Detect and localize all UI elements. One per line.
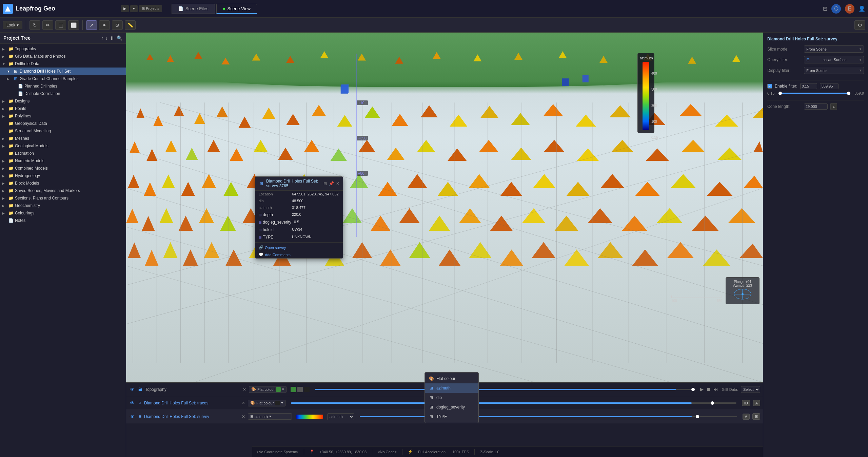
tree-item-points[interactable]: ▶ 📁 Points	[0, 105, 126, 112]
tree-item-hydro[interactable]: ▶ 📁 Hydrogeology	[0, 172, 126, 179]
cone-length-up[interactable]: ▲	[830, 103, 837, 110]
tree-item-diamond-drill[interactable]: ▼ ⊞ Diamond Drill Holes Full Set	[0, 68, 126, 75]
tree-item-topography[interactable]: ▶ 📁 Topography	[0, 45, 126, 53]
layout-icon[interactable]: ⊟	[823, 5, 827, 12]
stop-topo[interactable]: ⏹	[706, 387, 711, 392]
expand-polylines[interactable]: ▶	[2, 114, 7, 118]
remove-survey[interactable]: ✕	[242, 414, 245, 419]
tree-item-geological[interactable]: ▶ 📁 Geological Models	[0, 142, 126, 150]
tree-item-notes[interactable]: 📄 Notes	[0, 217, 126, 224]
filter-range-slider[interactable]	[778, 93, 850, 94]
account-e-icon[interactable]: E	[845, 4, 854, 14]
expand-drillhole[interactable]: ▼	[2, 62, 7, 66]
open-survey-link[interactable]: 🔗 Open survey	[255, 244, 343, 251]
lasso-tool[interactable]: ⊙	[112, 20, 123, 30]
survey-opacity-slider[interactable]	[360, 416, 737, 417]
dropdown-button[interactable]: ▾	[130, 5, 138, 12]
tree-item-polylines[interactable]: ▶ 📁 Polylines	[0, 112, 126, 120]
expand-geochemistry[interactable]: ▶	[2, 204, 7, 208]
expand-hydro[interactable]: ▶	[2, 174, 7, 178]
green-swatch[interactable]	[291, 387, 296, 392]
account-c-icon[interactable]: C	[831, 4, 841, 14]
filter-min-input[interactable]	[800, 83, 817, 89]
visibility-survey[interactable]: 👁	[129, 414, 136, 419]
tab-scene-view[interactable]: ● Scene View	[216, 4, 257, 14]
traces-label-btn[interactable]: A	[753, 400, 760, 406]
tree-item-combined[interactable]: ▶ 📁 Combined Models	[0, 165, 126, 172]
pencil-tool[interactable]: ✒	[99, 20, 110, 30]
slice-mode-select[interactable]: From Scene ▾	[804, 45, 864, 53]
expand-designs[interactable]: ▶	[2, 99, 7, 103]
traces-opacity-slider[interactable]	[291, 402, 736, 404]
tree-item-sections[interactable]: ▶ 📁 Sections, Plans and Contours	[0, 194, 126, 202]
arrow-tool[interactable]: ↗	[86, 20, 97, 30]
azimuth-range-select[interactable]: azimuth	[327, 413, 354, 420]
next-topo[interactable]: ⏭	[713, 387, 718, 392]
topography-opacity-slider[interactable]	[315, 389, 694, 390]
tree-item-numeric[interactable]: ▶ 📁 Numeric Models	[0, 157, 126, 165]
display-filter-select[interactable]: From Scene ▾	[804, 67, 864, 74]
box-tool[interactable]: ⬜	[68, 20, 79, 30]
expand-saved[interactable]: ▶	[2, 189, 7, 193]
sidebar-pause-icon[interactable]: ⏸	[110, 35, 115, 41]
add-comments-link[interactable]: 💬 Add Comments	[255, 251, 343, 258]
tree-item-block[interactable]: ▶ 📁 Block Models	[0, 179, 126, 187]
tree-item-meshes[interactable]: ▶ 📁 Meshes	[0, 135, 126, 142]
navigation-cube[interactable]: Plunge +04 Azimuth 223	[726, 277, 760, 304]
expand-topography[interactable]: ▶	[2, 47, 7, 51]
expand-grade-control[interactable]: ▶	[7, 77, 12, 81]
remove-traces[interactable]: ✕	[242, 401, 245, 405]
tree-item-designs[interactable]: ▶ 📁 Designs	[0, 97, 126, 105]
user-icon[interactable]: 👤	[859, 5, 865, 12]
expand-combined[interactable]: ▶	[2, 167, 7, 170]
remove-topography[interactable]: ✕	[243, 387, 246, 392]
tree-item-grade-control[interactable]: ▶ ⊞ Grade Control Channel Samples	[0, 75, 126, 82]
projects-button[interactable]: ⊞ Projects	[139, 5, 162, 12]
popup-close-btn[interactable]: ✕	[336, 181, 339, 186]
tree-item-geophysical[interactable]: 📁 Geophysical Data	[0, 120, 126, 127]
visibility-topography[interactable]: 👁	[129, 387, 136, 392]
sidebar-down-icon[interactable]: ↓	[105, 35, 108, 41]
scene-canvas[interactable]: +10 +350 +80	[126, 33, 763, 382]
expand-block[interactable]: ▶	[2, 182, 7, 185]
dark-swatch[interactable]	[304, 387, 310, 392]
dropdown-dogleg[interactable]: ⊞ dogleg_severity	[425, 402, 478, 412]
topography-color-dropdown[interactable]: 🎨 Flat colour ▾	[249, 386, 287, 393]
rotate-tool[interactable]: ↻	[29, 20, 40, 30]
survey-color-dropdown[interactable]: ⊞ azimuth ▾	[248, 413, 292, 420]
tree-item-planned[interactable]: 📄 Planned Drillholes	[0, 82, 126, 90]
scene-settings-icon[interactable]: ⚙	[854, 20, 865, 30]
sidebar-search-icon[interactable]: 🔍	[117, 35, 122, 41]
look-button[interactable]: Look ▾	[3, 21, 22, 29]
expand-numeric[interactable]: ▶	[2, 159, 7, 163]
popup-pin-btn[interactable]: 📌	[329, 181, 334, 186]
pen-tool[interactable]: ✏	[42, 20, 53, 30]
tree-item-drillhole[interactable]: ▼ 📁 Drillhole Data	[0, 60, 126, 68]
tree-item-saved[interactable]: ▶ 📁 Saved Scenes, Movies and Markers	[0, 187, 126, 194]
tree-item-estimation[interactable]: 📁 Estimation	[0, 150, 126, 157]
popup-filter-btn[interactable]: ⊟	[323, 181, 327, 186]
dropdown-dip[interactable]: ⊞ dip	[425, 393, 478, 402]
dropdown-flat-colour[interactable]: 🎨 Flat colour	[425, 374, 478, 383]
filter-max-input[interactable]	[820, 83, 839, 89]
tab-scene-files[interactable]: 📄 Scene Files	[172, 4, 215, 14]
query-filter-select[interactable]: ⊟ collar: Surface ▾	[804, 56, 864, 63]
play-topo[interactable]: ▶	[700, 387, 704, 392]
grey-swatch[interactable]	[297, 387, 303, 392]
expand-colourings[interactable]: ▶	[2, 211, 7, 215]
gis-data-select[interactable]: Select	[741, 386, 760, 393]
visibility-traces[interactable]: 👁	[129, 400, 136, 406]
tree-item-correlation[interactable]: 📄 Drillhole Correlation	[0, 90, 126, 97]
traces-color-dropdown[interactable]: 🎨 Flat colour ▾	[248, 400, 285, 406]
sidebar-up-icon[interactable]: ↑	[101, 35, 103, 41]
expand-gis[interactable]: ▶	[2, 55, 7, 58]
expand-sections[interactable]: ▶	[2, 196, 7, 200]
tree-item-gis[interactable]: ▶ 📁 GIS Data, Maps and Photos	[0, 53, 126, 60]
tree-item-structural[interactable]: 📁 Structural Modelling	[0, 127, 126, 135]
scene-options-btn[interactable]: ⚙	[854, 20, 865, 30]
expand-geological[interactable]: ▶	[2, 144, 7, 148]
dropdown-type[interactable]: ⊞ TYPE	[425, 412, 478, 421]
select-rect-tool[interactable]: ⬚	[55, 20, 66, 30]
expand-points[interactable]: ▶	[2, 107, 7, 111]
cone-length-input[interactable]	[804, 103, 828, 110]
